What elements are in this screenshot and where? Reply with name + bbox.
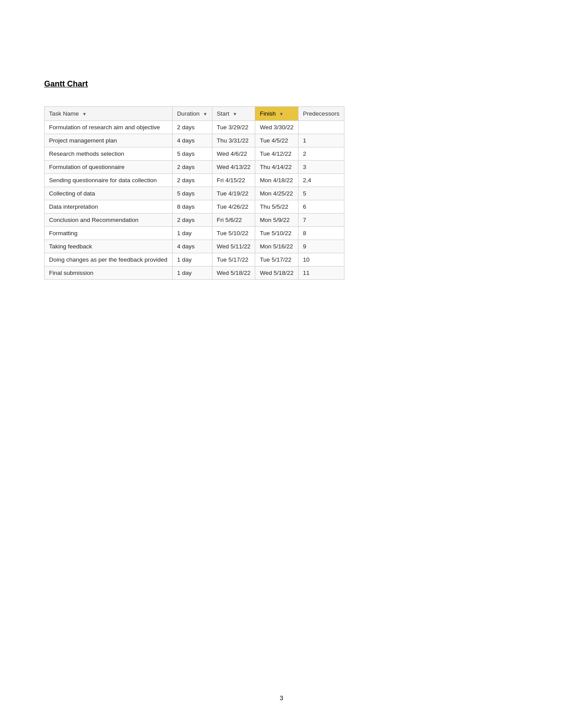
cell-predecessors: 9 (299, 240, 344, 253)
cell-start: Tue 3/29/22 (212, 121, 255, 134)
cell-task-name: Taking feedback (45, 240, 173, 253)
header-start[interactable]: Start ▼ (212, 107, 255, 121)
cell-finish: Mon 4/18/22 (255, 174, 299, 187)
cell-predecessors: 11 (299, 266, 344, 280)
cell-duration: 2 days (172, 161, 212, 174)
header-task-name[interactable]: Task Name ▼ (45, 107, 173, 121)
table-row: Conclusion and Recommendation2 daysFri 5… (45, 214, 344, 227)
cell-duration: 1 day (172, 253, 212, 266)
cell-finish: Tue 4/12/22 (255, 147, 299, 161)
cell-start: Tue 4/26/22 (212, 200, 255, 214)
cell-start: Wed 4/13/22 (212, 161, 255, 174)
start-sort-icon[interactable]: ▼ (233, 112, 237, 116)
cell-finish: Tue 5/10/22 (255, 227, 299, 240)
cell-duration: 2 days (172, 121, 212, 134)
table-row: Doing changes as per the feedback provid… (45, 253, 344, 266)
cell-task-name: Final submission (45, 266, 173, 280)
cell-finish: Mon 4/25/22 (255, 187, 299, 200)
cell-predecessors: 10 (299, 253, 344, 266)
cell-finish: Thu 5/5/22 (255, 200, 299, 214)
cell-start: Tue 5/10/22 (212, 227, 255, 240)
header-duration[interactable]: Duration ▼ (172, 107, 212, 121)
table-header-row: Task Name ▼ Duration ▼ Start ▼ Finish ▼ … (45, 107, 344, 121)
cell-finish: Mon 5/9/22 (255, 214, 299, 227)
header-finish[interactable]: Finish ▼ (255, 107, 299, 121)
table-row: Final submission1 dayWed 5/18/22Wed 5/18… (45, 266, 344, 280)
cell-task-name: Collecting of data (45, 187, 173, 200)
cell-task-name: Doing changes as per the feedback provid… (45, 253, 173, 266)
page: Gantt Chart Task Name ▼ Duration ▼ Start… (0, 0, 563, 728)
cell-predecessors: 5 (299, 187, 344, 200)
cell-duration: 2 days (172, 174, 212, 187)
table-row: Formulation of questionnaire2 daysWed 4/… (45, 161, 344, 174)
cell-predecessors: 6 (299, 200, 344, 214)
cell-duration: 1 day (172, 227, 212, 240)
table-row: Data interpretation8 daysTue 4/26/22Thu … (45, 200, 344, 214)
cell-start: Fri 4/15/22 (212, 174, 255, 187)
cell-duration: 2 days (172, 214, 212, 227)
cell-task-name: Research methods selection (45, 147, 173, 161)
duration-sort-icon[interactable]: ▼ (203, 112, 208, 116)
cell-finish: Wed 5/18/22 (255, 266, 299, 280)
cell-predecessors: 8 (299, 227, 344, 240)
cell-start: Tue 5/17/22 (212, 253, 255, 266)
cell-finish: Tue 5/17/22 (255, 253, 299, 266)
cell-task-name: Data interpretation (45, 200, 173, 214)
cell-task-name: Formulation of research aim and objectiv… (45, 121, 173, 134)
cell-finish: Wed 3/30/22 (255, 121, 299, 134)
cell-predecessors (299, 121, 344, 134)
cell-finish: Mon 5/16/22 (255, 240, 299, 253)
cell-duration: 4 days (172, 134, 212, 147)
cell-start: Wed 5/18/22 (212, 266, 255, 280)
cell-task-name: Sending questionnaire for data collectio… (45, 174, 173, 187)
cell-task-name: Formulation of questionnaire (45, 161, 173, 174)
task-name-sort-icon[interactable]: ▼ (82, 112, 87, 116)
cell-start: Tue 4/19/22 (212, 187, 255, 200)
cell-finish: Tue 4/5/22 (255, 134, 299, 147)
cell-duration: 8 days (172, 200, 212, 214)
cell-predecessors: 2,4 (299, 174, 344, 187)
header-predecessors: Predecessors (299, 107, 344, 121)
table-row: Formulation of research aim and objectiv… (45, 121, 344, 134)
table-row: Taking feedback4 daysWed 5/11/22Mon 5/16… (45, 240, 344, 253)
table-row: Formatting1 dayTue 5/10/22Tue 5/10/228 (45, 227, 344, 240)
cell-start: Thu 3/31/22 (212, 134, 255, 147)
finish-sort-icon[interactable]: ▼ (279, 112, 283, 116)
cell-start: Wed 5/11/22 (212, 240, 255, 253)
table-row: Collecting of data5 daysTue 4/19/22Mon 4… (45, 187, 344, 200)
cell-duration: 5 days (172, 187, 212, 200)
table-row: Project management plan4 daysThu 3/31/22… (45, 134, 344, 147)
table-row: Sending questionnaire for data collectio… (45, 174, 344, 187)
cell-finish: Thu 4/14/22 (255, 161, 299, 174)
cell-task-name: Project management plan (45, 134, 173, 147)
cell-start: Wed 4/6/22 (212, 147, 255, 161)
gantt-table: Task Name ▼ Duration ▼ Start ▼ Finish ▼ … (44, 106, 344, 280)
cell-duration: 4 days (172, 240, 212, 253)
cell-predecessors: 7 (299, 214, 344, 227)
table-row: Research methods selection5 daysWed 4/6/… (45, 147, 344, 161)
page-title: Gantt Chart (44, 79, 519, 89)
cell-predecessors: 3 (299, 161, 344, 174)
cell-task-name: Formatting (45, 227, 173, 240)
cell-duration: 1 day (172, 266, 212, 280)
cell-duration: 5 days (172, 147, 212, 161)
cell-start: Fri 5/6/22 (212, 214, 255, 227)
cell-task-name: Conclusion and Recommendation (45, 214, 173, 227)
cell-predecessors: 1 (299, 134, 344, 147)
page-number: 3 (280, 694, 283, 702)
cell-predecessors: 2 (299, 147, 344, 161)
